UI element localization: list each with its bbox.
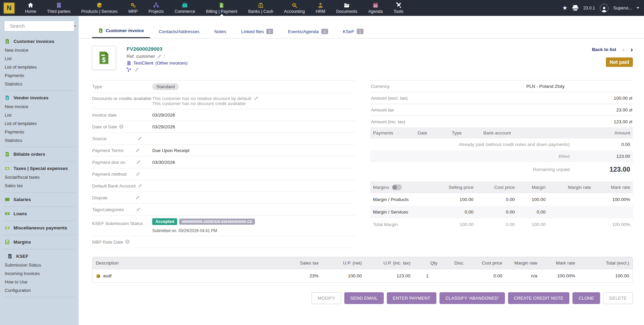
nav-item-accounting[interactable]: $ Accounting xyxy=(278,0,310,16)
topbar-right: ★ 23.0.1 Supervi... xyxy=(562,4,644,12)
sidebar-section-miscellaneous-payments[interactable]: Miscellaneous payments xyxy=(0,223,79,232)
sidebar-item-statistics-vendor[interactable]: Statistics xyxy=(0,136,79,145)
enter-payment-button[interactable]: ENTER PAYMENT xyxy=(387,292,436,304)
tab-badge: 2 xyxy=(266,29,273,34)
clone-button[interactable]: CLONE xyxy=(572,292,600,304)
tab-customer-invoice[interactable]: $ Customer invoice xyxy=(92,25,150,38)
divider xyxy=(3,206,75,207)
sidebar-item-list-of-templates[interactable]: List of templates xyxy=(0,63,79,71)
client-link[interactable]: TestClient xyxy=(133,60,153,66)
nav-item-billing-payment[interactable]: $ Billing | Payment xyxy=(200,0,243,16)
client-suffix[interactable]: (Other invoices) xyxy=(155,60,187,66)
nav-item-commerce[interactable]: Commerce xyxy=(169,0,200,16)
margins-toggle[interactable] xyxy=(392,184,402,190)
edit-pencil-icon[interactable] xyxy=(157,54,162,59)
nav-item-banks-cash[interactable]: Banks | Cash xyxy=(243,0,278,16)
sidebar-item-incoming-invoices[interactable]: Incoming Invoices xyxy=(0,269,79,278)
create-credit-note-button[interactable]: CREATE CREDIT NOTE xyxy=(508,292,570,304)
edit-pencil-icon[interactable] xyxy=(136,172,140,176)
chevron-right-icon[interactable]: › xyxy=(630,46,633,53)
field-label: Discounts or credits available xyxy=(92,96,152,101)
colon: : xyxy=(164,54,165,59)
delete-button[interactable]: DELETE xyxy=(603,292,633,304)
svg-text:$: $ xyxy=(6,41,8,44)
username-label[interactable]: Supervi... xyxy=(613,5,632,10)
user-avatar[interactable] xyxy=(600,4,609,12)
nav-label: HRM xyxy=(316,9,325,14)
nav-item-tools[interactable]: Tools xyxy=(388,0,409,16)
sidebar-item-list-vendor[interactable]: List xyxy=(0,111,79,119)
sidebar-item-social-fiscal-taxes[interactable]: Social/fiscal taxes xyxy=(0,173,79,181)
sidebar-item-submission-status[interactable]: Submission Status xyxy=(0,261,79,269)
sidebar-item-new-invoice[interactable]: New invoice xyxy=(0,46,79,54)
tab-notes[interactable]: Notes xyxy=(208,26,232,38)
sidebar-item-new-invoice-vendor[interactable]: New invoice xyxy=(0,102,79,111)
field-row-tags: Tags/categories xyxy=(92,204,355,216)
back-navigation: Back to list ‹ › xyxy=(592,46,633,53)
chevron-down-icon[interactable] xyxy=(637,7,639,9)
svg-text:$: $ xyxy=(100,30,101,33)
sidebar-section-margins[interactable]: Margins xyxy=(0,238,79,247)
sidebar-item-payments[interactable]: Payments xyxy=(0,71,79,80)
info-icon[interactable]: i xyxy=(125,240,130,244)
edit-pencil-icon[interactable] xyxy=(135,148,140,153)
app-logo-icon[interactable]: N xyxy=(3,2,15,14)
line-description[interactable]: asdf xyxy=(103,273,112,278)
sidebar-section-loans[interactable]: 0 Loans xyxy=(0,209,79,218)
printer-icon[interactable] xyxy=(572,5,579,11)
back-to-list-link[interactable]: Back to list xyxy=(592,47,616,52)
field-row-nbp-rate: NBP Rate Datei xyxy=(92,236,355,248)
nav-item-products-services[interactable]: Products | Services xyxy=(76,0,123,16)
tab-linked-files[interactable]: Linked files2 xyxy=(235,26,279,38)
line-item-row[interactable]: asdf 23% 100.00 123.00 1 0.00 n/a 100.00… xyxy=(92,269,633,283)
modify-button[interactable]: MODIFY xyxy=(312,292,341,304)
sidebar-item-sales-tax[interactable]: Sales tax xyxy=(0,181,79,190)
tab-badge: 1 xyxy=(357,29,364,34)
search-dropdown-caret-icon[interactable] xyxy=(74,25,76,27)
field-row-default-bank: Default Bank Account xyxy=(92,180,355,192)
sidebar-item-list-of-templates-vendor[interactable]: List of templates xyxy=(0,119,79,128)
sidebar-search[interactable] xyxy=(4,21,75,31)
section-title: Billable orders xyxy=(14,152,45,157)
send-email-button[interactable]: SEND EMAIL xyxy=(344,292,384,304)
nav-item-agenda[interactable]: Agenda xyxy=(363,0,388,16)
sidebar-item-list[interactable]: List xyxy=(0,54,79,63)
sidebar-section-ksef[interactable]: KSEF xyxy=(0,252,79,261)
edit-pencil-icon[interactable] xyxy=(138,183,142,188)
nav-item-home[interactable]: Home xyxy=(20,0,42,16)
classify-abandoned-button[interactable]: CLASSIFY 'ABANDONED' xyxy=(439,292,505,304)
sidebar-section-billable-orders[interactable]: Billable orders xyxy=(0,150,79,159)
edit-pencil-icon[interactable] xyxy=(254,96,259,101)
nav-item-projects[interactable]: Projects xyxy=(143,0,169,16)
sidebar-section-taxes[interactable]: Taxes | Special expenses xyxy=(0,164,79,173)
nav-item-documents[interactable]: Documents xyxy=(331,0,363,16)
invoice-number[interactable]: FV2600029003 xyxy=(127,46,188,52)
field-value: 03/29/2026 xyxy=(152,112,355,118)
chevron-left-icon[interactable]: ‹ xyxy=(622,46,625,53)
nav-item-hrm[interactable]: HRM xyxy=(310,0,330,16)
edit-pencil-icon[interactable] xyxy=(136,160,141,165)
nav-item-third-parties[interactable]: Third parties xyxy=(42,0,76,16)
edit-pencil-icon[interactable] xyxy=(134,67,139,72)
sidebar-item-payments-vendor[interactable]: Payments xyxy=(0,128,79,136)
cell: 100.00 xyxy=(428,218,476,231)
sidebar-section-salaries[interactable]: Salaries xyxy=(0,195,79,204)
tab-contacts-addresses[interactable]: Contacts/Addresses xyxy=(153,26,206,38)
search-input[interactable] xyxy=(10,23,71,29)
field-row-discounts: Discounts or credits available This cust… xyxy=(92,93,355,109)
col-header-up-inc: U.P. (inc. tax) xyxy=(365,257,414,269)
star-icon[interactable]: ★ xyxy=(562,4,567,11)
sidebar-item-statistics[interactable]: Statistics xyxy=(0,80,79,88)
sidebar-item-configuration[interactable]: Configuration xyxy=(0,286,79,295)
amount-label: Amount tax xyxy=(371,107,459,112)
tab-events-agenda[interactable]: Events/Agenda1 xyxy=(282,26,334,38)
edit-pencil-icon[interactable] xyxy=(136,207,141,212)
sidebar-item-how-to-use[interactable]: How to Use xyxy=(0,278,79,286)
edit-pencil-icon[interactable] xyxy=(135,195,140,200)
edit-pencil-icon[interactable] xyxy=(137,136,142,141)
tab-ksef[interactable]: KSeF1 xyxy=(337,26,370,38)
sidebar-section-vendor-invoices[interactable]: $ Vendor invoices xyxy=(0,93,79,102)
nav-item-mrp[interactable]: MRP xyxy=(123,0,143,16)
sidebar-section-customer-invoices[interactable]: $ Customer invoices xyxy=(0,37,79,46)
info-icon[interactable]: i xyxy=(119,124,124,129)
